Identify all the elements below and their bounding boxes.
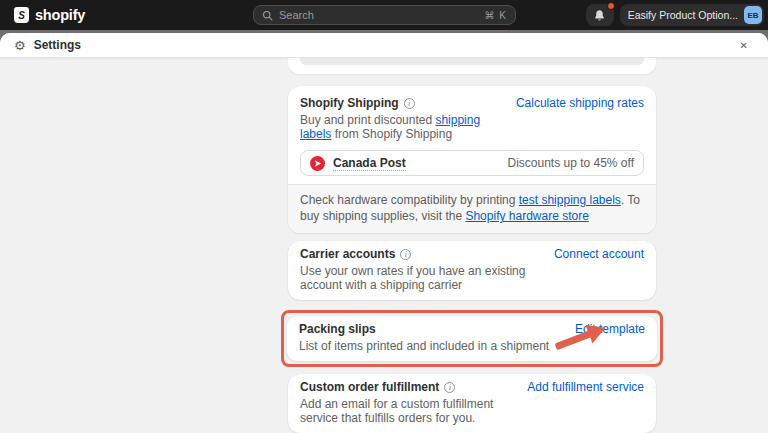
info-icon[interactable]: i <box>400 249 411 260</box>
custom-fulfillment-desc: Add an email for a custom fulfillment se… <box>300 397 511 425</box>
custom-fulfillment-card: Custom order fulfillment i Add an email … <box>288 374 656 433</box>
settings-header: ⚙ Settings ✕ <box>0 33 768 58</box>
notification-badge <box>607 2 615 10</box>
shopify-logo[interactable]: S shopify <box>0 7 85 23</box>
shipping-card-title: Shopify Shipping <box>300 96 399 111</box>
custom-fulfillment-title: Custom order fulfillment <box>300 380 439 395</box>
annotation-highlight-box: Packing slips List of items printed and … <box>281 310 663 367</box>
carrier-name: Canada Post <box>333 156 406 171</box>
shipping-card-text: Shopify Shipping i Buy and print discoun… <box>300 96 500 141</box>
connect-account-link[interactable]: Connect account <box>554 247 644 262</box>
carrier-accounts-card: Carrier accounts i Use your own rates if… <box>288 241 656 300</box>
search-input[interactable]: Search ⌘ K <box>253 5 516 25</box>
packing-slips-desc: List of items printed and included in a … <box>299 339 549 353</box>
shopify-wordmark: shopify <box>35 7 85 23</box>
add-fulfillment-service-link[interactable]: Add fulfillment service <box>527 380 644 395</box>
desc-text: from Shopify Shipping <box>331 127 452 141</box>
scrolled-row-fragment <box>300 58 644 65</box>
settings-content: Shopify Shipping i Buy and print discoun… <box>0 58 768 433</box>
topbar-right: Easify Product Option... EB <box>586 4 768 26</box>
desc-text: Buy and print discounted <box>300 113 435 127</box>
footer-text: Check hardware compatibility by printing <box>300 193 519 207</box>
packing-card-text: Packing slips List of items printed and … <box>299 322 549 353</box>
fulfillment-card-text: Custom order fulfillment i Add an email … <box>300 380 511 425</box>
info-icon[interactable]: i <box>404 98 415 109</box>
content-column: Shopify Shipping i Buy and print discoun… <box>288 58 656 433</box>
search-shortcut: ⌘ K <box>485 10 507 21</box>
gear-icon: ⚙ <box>14 39 26 52</box>
info-icon[interactable]: i <box>444 382 455 393</box>
test-shipping-labels-link[interactable]: test shipping labels <box>519 193 621 207</box>
canada-post-logo-icon <box>310 156 325 171</box>
notifications-button[interactable] <box>586 4 614 26</box>
packing-slips-title: Packing slips <box>299 322 376 337</box>
shopify-bag-icon: S <box>14 7 29 23</box>
store-name: Easify Product Option... <box>628 9 738 21</box>
avatar: EB <box>744 6 762 24</box>
page: S shopify Search ⌘ K Easify Product Opti… <box>0 0 768 433</box>
edit-template-link[interactable]: Edit template <box>575 322 645 337</box>
carrier-discount-note: Discounts up to 45% off <box>507 156 634 170</box>
calculate-shipping-rates-link[interactable]: Calculate shipping rates <box>516 96 644 111</box>
topbar: S shopify Search ⌘ K Easify Product Opti… <box>0 0 768 30</box>
settings-modal: ⚙ Settings ✕ Shopify Shipping i <box>0 33 768 433</box>
hardware-store-link[interactable]: Shopify hardware store <box>465 209 588 223</box>
shipping-card-footer: Check hardware compatibility by printing… <box>288 184 656 233</box>
bell-icon <box>593 9 606 22</box>
canada-post-row[interactable]: Canada Post Discounts up to 45% off <box>300 150 644 176</box>
carrier-accounts-title: Carrier accounts <box>300 247 395 262</box>
carrier-card-text: Carrier accounts i Use your own rates if… <box>300 247 538 292</box>
search-icon <box>262 10 273 21</box>
store-menu-button[interactable]: Easify Product Option... EB <box>620 4 764 26</box>
scrolled-card-fragment <box>288 58 656 74</box>
search-placeholder: Search <box>279 9 314 21</box>
close-button[interactable]: ✕ <box>734 38 754 53</box>
packing-slips-card: Packing slips List of items printed and … <box>287 316 657 361</box>
shipping-card-desc: Buy and print discounted shipping labels… <box>300 113 500 141</box>
carrier-accounts-desc: Use your own rates if you have an existi… <box>300 264 538 292</box>
shopify-shipping-card: Shopify Shipping i Buy and print discoun… <box>288 86 656 233</box>
page-title: Settings <box>34 38 81 52</box>
